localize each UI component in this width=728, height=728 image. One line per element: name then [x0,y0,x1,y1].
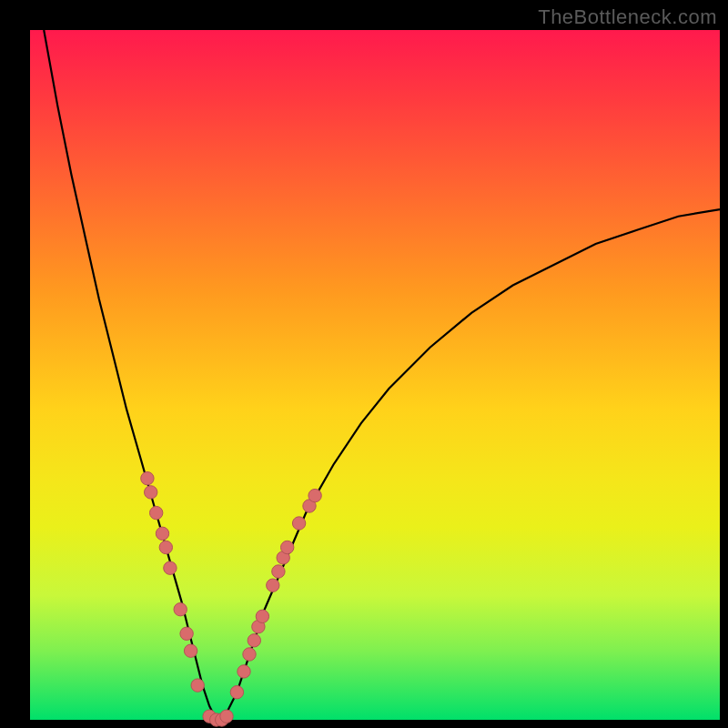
curve-svg [30,30,720,720]
marker-dot [191,679,204,692]
marker-dot [180,627,193,640]
marker-dot [267,579,279,592]
bottleneck-curve [44,30,720,720]
marker-dot [150,506,163,519]
marker-dot [159,541,172,553]
marker-dot [164,561,177,574]
marker-dot [141,472,154,485]
marker-dot [308,489,321,501]
marker-dot [243,648,256,661]
marker-dot [230,686,243,699]
marker-dot [238,665,250,678]
marker-dot [220,710,233,723]
marker-dot [156,527,168,540]
marker-dot [272,565,285,578]
marker-dot [248,634,260,647]
plot-area [30,30,720,720]
marker-dot [281,541,294,553]
marker-dot [184,644,197,657]
chart-frame: TheBottleneck.com [0,0,728,728]
marker-dot [256,610,268,622]
watermark-text: TheBottleneck.com [538,5,717,29]
marker-group [141,472,322,727]
marker-dot [292,517,305,530]
marker-dot [174,603,187,616]
marker-dot [145,486,157,499]
